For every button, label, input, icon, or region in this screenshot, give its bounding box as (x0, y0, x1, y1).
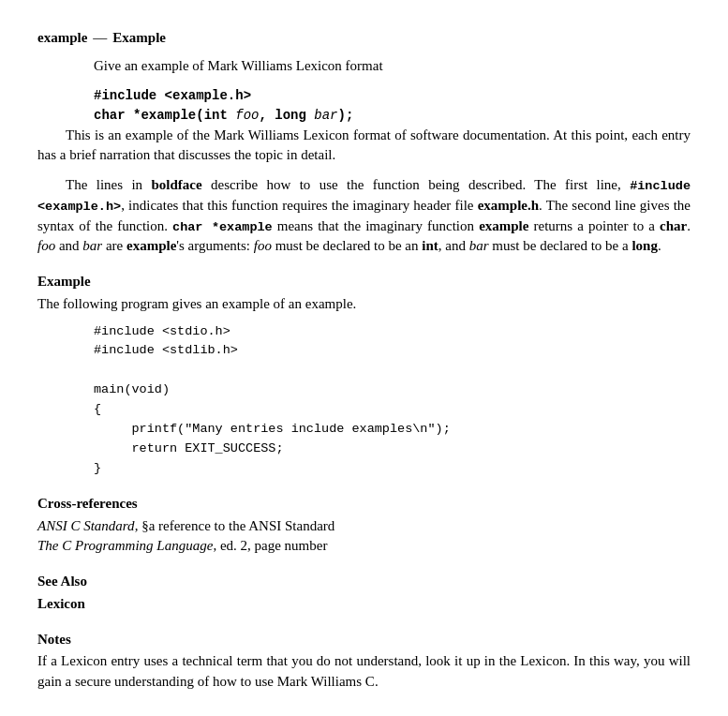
entry-header: example — Example (37, 28, 691, 49)
para2-int: int (422, 238, 438, 253)
example-code: #include <stdio.h> #include <stdlib.h> m… (94, 322, 691, 479)
para2-mid5: returns a pointer to a (528, 218, 660, 233)
see-also-section: See Also Lexicon (37, 572, 691, 615)
cross-ref-ansi: ANSI C Standard (37, 518, 135, 533)
sig-prefix: char *example( (94, 108, 204, 123)
para2-char: char (660, 218, 687, 233)
example-heading: Example (37, 272, 691, 292)
para2-start: The lines in (66, 177, 152, 192)
para2-exampleh: example.h (478, 198, 539, 213)
cross-ref-line1: ANSI C Standard, §a reference to the ANS… (37, 516, 691, 537)
entry-title: example (37, 28, 87, 49)
sig-sep: , (259, 108, 275, 123)
cross-ref-lang: The C Programming Language (37, 538, 213, 553)
para2-boldface: boldface (152, 177, 202, 192)
description-text: Give an example of Mark Williams Lexicon… (94, 58, 383, 73)
include-line: #include <example.h> (94, 86, 691, 106)
para2-mid1: describe how to use the function being d… (202, 177, 631, 192)
see-also-heading: See Also (37, 572, 691, 592)
para2-mid9: 's arguments: (176, 238, 253, 253)
para2-bar: bar (82, 238, 102, 253)
para2-long: long (631, 238, 658, 253)
para2-mid7: and (55, 238, 82, 253)
function-signature: char *example(int foo, long bar); (94, 106, 691, 126)
description-line: Give an example of Mark Williams Lexicon… (94, 56, 691, 77)
para2-mid11: , and (438, 238, 469, 253)
see-also-item: Lexicon (37, 594, 691, 615)
paragraph-2: The lines in boldface describe how to us… (37, 175, 691, 257)
para2-bar2: bar (469, 238, 489, 253)
notes-heading: Notes (37, 630, 691, 650)
example-intro-text: The following program gives an example o… (37, 294, 691, 315)
entry-dash: — (93, 28, 107, 49)
notes-section: Notes If a Lexicon entry uses a technica… (37, 630, 691, 693)
para2-example: example (479, 218, 528, 233)
para1-text: This is an example of the Mark Williams … (37, 127, 691, 163)
para2-mid8: are (102, 238, 126, 253)
cross-ref-lang-rest: , ed. 2, page number (213, 538, 327, 553)
para2-end: . (658, 238, 661, 253)
cross-ref-line2: The C Programming Language, ed. 2, page … (37, 536, 691, 557)
para2-mid12: must be declared to be a (489, 238, 632, 253)
sig-suffix: ); (337, 108, 353, 123)
cross-ref-ansi-rest: , §a reference to the ANSI Standard (135, 518, 335, 533)
notes-text: If a Lexicon entry uses a technical term… (37, 651, 691, 693)
example-section: Example The following program gives an e… (37, 272, 691, 479)
entry-subtitle: Example (112, 28, 166, 49)
para2-mid10: must be declared to be an (272, 238, 422, 253)
sig-int: int (204, 108, 228, 123)
para2-mid6: . (687, 218, 691, 233)
para2-foo2: foo (254, 238, 272, 253)
paragraph-1: This is an example of the Mark Williams … (37, 126, 691, 167)
para2-mid4: means that the imaginary function (273, 218, 479, 233)
sig-long: long (275, 108, 306, 123)
para2-foo: foo (37, 238, 55, 253)
cross-references-section: Cross-references ANSI C Standard, §a ref… (37, 494, 691, 557)
para2-mid2: , indicates that this function requires … (121, 198, 478, 213)
sig-foo: foo (228, 108, 260, 123)
para2-char-example: char *example (172, 220, 273, 234)
sig-bar: bar (306, 108, 338, 123)
cross-ref-heading: Cross-references (37, 494, 691, 515)
para2-example2: example (126, 238, 176, 253)
code-signature-block: #include <example.h> char *example(int f… (37, 86, 691, 126)
